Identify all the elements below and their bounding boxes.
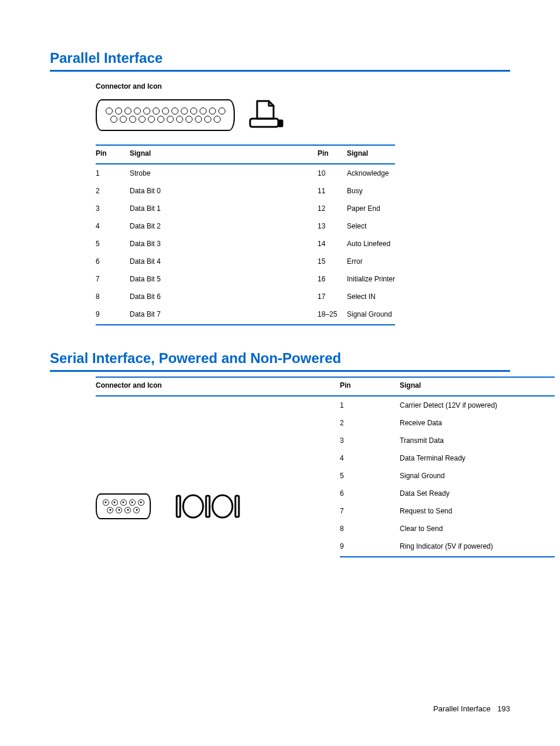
parallel-graphic-row [96,99,510,132]
serial-connector-cell [96,396,340,557]
signal-cell: Acknowledge [347,164,395,182]
table-row: 9Data Bit 718–25Signal Ground [96,305,395,325]
pin-cell: 15 [318,253,347,270]
table-row: 1Strobe10Acknowledge [96,164,395,182]
signal-cell: Select IN [347,288,395,305]
signal-cell: Receive Data [400,414,555,432]
pin-cell: 8 [340,520,400,537]
svg-rect-1 [177,496,180,517]
heading-parallel: Parallel Interface [50,50,510,72]
signal-cell: Data Terminal Ready [400,449,555,467]
svg-point-4 [212,495,232,518]
printer-port-icon [248,99,284,132]
th-pin: Pin [96,145,130,164]
pin-cell: 9 [340,537,400,557]
table-row: 6Data Bit 415Error [96,253,395,270]
table-row: 8Data Bit 617Select IN [96,288,395,305]
signal-cell: Data Bit 0 [130,182,318,200]
serial-port-icon [176,492,245,520]
signal-cell: Signal Ground [400,467,555,485]
signal-cell: Ring Indicator (5V if powered) [400,537,555,557]
signal-cell: Strobe [130,164,318,182]
table-row: 5Data Bit 314Auto Linefeed [96,235,395,253]
pin-cell: 13 [318,217,347,235]
signal-cell: Data Bit 7 [130,305,318,325]
svg-point-2 [183,495,203,518]
th-pin: Pin [318,145,347,164]
pin-cell: 7 [96,270,130,288]
footer-title: Parallel Interface [433,704,491,713]
signal-cell: Data Bit 3 [130,235,318,253]
pin-cell: 8 [96,288,130,305]
svg-rect-5 [235,496,239,517]
serial-connector-icon [96,493,151,519]
pin-cell: 11 [318,182,347,200]
pin-cell: 1 [96,164,130,182]
signal-cell: Data Bit 2 [130,217,318,235]
page: Parallel Interface Connector and Icon [0,0,560,746]
signal-cell: Busy [347,182,395,200]
caption-parallel: Connector and Icon [96,82,510,90]
pin-cell: 5 [96,235,130,253]
signal-cell: Data Bit 4 [130,253,318,270]
svg-rect-3 [206,496,210,517]
pin-cell: 12 [318,200,347,217]
th-connector-icon: Connector and Icon [96,377,340,396]
svg-rect-0 [279,120,282,126]
serial-pinout-table: Connector and Icon Pin Signal 1Carrier D… [96,377,555,557]
parallel-connector-icon [96,99,235,131]
table-row: 7Data Bit 516Initialize Printer [96,270,395,288]
pin-cell: 7 [340,502,400,520]
page-number: 193 [497,704,510,713]
pin-cell: 9 [96,305,130,325]
signal-cell: Clear to Send [400,520,555,537]
signal-cell: Error [347,253,395,270]
page-footer: Parallel Interface 193 [433,704,510,713]
signal-cell: Data Set Ready [400,485,555,502]
pin-cell: 2 [96,182,130,200]
pin-cell: 6 [340,485,400,502]
signal-cell: Data Bit 1 [130,200,318,217]
pin-cell: 16 [318,270,347,288]
pin-cell: 10 [318,164,347,182]
th-signal: Signal [130,145,318,164]
pin-cell: 2 [340,414,400,432]
pin-cell: 18–25 [318,305,347,325]
signal-cell: Request to Send [400,502,555,520]
signal-cell: Select [347,217,395,235]
parallel-pinout-table: Pin Signal Pin Signal 1Strobe10Acknowled… [96,145,395,325]
signal-cell: Data Bit 5 [130,270,318,288]
signal-cell: Initialize Printer [347,270,395,288]
signal-cell: Signal Ground [347,305,395,325]
th-pin: Pin [340,377,400,396]
signal-cell: Paper End [347,200,395,217]
pin-cell: 3 [96,200,130,217]
table-row: 1Carrier Detect (12V if powered) [96,396,555,414]
signal-cell: Auto Linefeed [347,235,395,253]
pin-cell: 4 [340,449,400,467]
pin-cell: 4 [96,217,130,235]
th-signal: Signal [400,377,555,396]
signal-cell: Data Bit 6 [130,288,318,305]
th-signal: Signal [347,145,395,164]
pin-cell: 5 [340,467,400,485]
pin-cell: 1 [340,396,400,414]
pin-cell: 17 [318,288,347,305]
signal-cell: Transmit Data [400,432,555,449]
signal-cell: Carrier Detect (12V if powered) [400,396,555,414]
pin-cell: 14 [318,235,347,253]
pin-cell: 3 [340,432,400,449]
table-row: 3Data Bit 112Paper End [96,200,395,217]
table-row: 4Data Bit 213Select [96,217,395,235]
heading-serial: Serial Interface, Powered and Non-Powere… [50,350,510,372]
table-row: 2Data Bit 011Busy [96,182,395,200]
pin-cell: 6 [96,253,130,270]
